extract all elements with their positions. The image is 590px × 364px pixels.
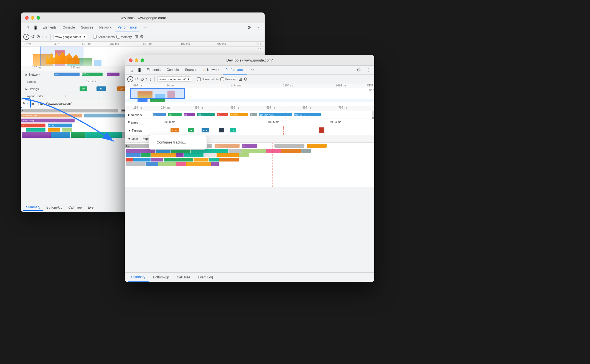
back-settings-icon[interactable]: ⚙: [246, 24, 253, 31]
front-dr-194: 194 ms: [133, 106, 143, 109]
back-tab-network[interactable]: Network: [96, 23, 114, 32]
front-task-anon: (...: [242, 144, 257, 148]
back-upload-icon[interactable]: ↑: [42, 34, 44, 39]
front-main-arrow: ▼: [128, 137, 131, 140]
front-frames-val2: 182.6 ms: [268, 121, 279, 124]
front-d-badge: D: [219, 128, 224, 132]
front-f2h: [281, 149, 301, 153]
back-url-selector[interactable]: www.google.com #1 ▾: [54, 34, 87, 39]
back-reload-icon[interactable]: ↺: [31, 34, 35, 39]
front-overview-cpu: NET: [125, 88, 374, 99]
back-tab-console[interactable]: Console: [60, 23, 78, 32]
front-screenshots-check[interactable]: Screenshots: [197, 77, 218, 81]
back-network-throttle-icon[interactable]: ⊞: [134, 34, 138, 39]
edit-annotation-button[interactable]: ✎ ✓: [21, 98, 31, 108]
front-close-button[interactable]: [129, 58, 133, 62]
back-close-button[interactable]: [25, 16, 29, 20]
front-clear-icon[interactable]: ⊘: [140, 76, 144, 82]
front-f5f: [211, 162, 219, 166]
back-tab-sources[interactable]: Sources: [78, 23, 96, 32]
back-clear-icon[interactable]: ⊘: [36, 34, 40, 39]
front-main-dashed2: [272, 143, 273, 187]
back-eventlog-tab[interactable]: Eve...: [85, 204, 99, 211]
front-bottomup-tab[interactable]: Bottom-Up: [150, 274, 172, 280]
back-capture-settings-icon[interactable]: ⚙: [140, 34, 144, 39]
front-f3g: [217, 153, 239, 157]
back-inspect-icon[interactable]: ⬚: [23, 24, 31, 32]
front-net-clie: clie...: [197, 113, 215, 116]
front-dr-794: 794 ms: [339, 106, 348, 109]
back-screenshots-check[interactable]: Screenshots: [93, 35, 115, 39]
front-f3b: [141, 153, 151, 157]
back-memory-checkbox[interactable]: [116, 35, 120, 39]
front-more-icon[interactable]: ⋮: [365, 66, 372, 74]
front-f5d: [176, 162, 186, 166]
front-ov-handle-right[interactable]: [184, 89, 185, 98]
front-memory-checkbox[interactable]: [220, 77, 224, 81]
back-calltree-tab[interactable]: Call Tree: [66, 204, 85, 211]
front-f5c: [158, 162, 176, 166]
front-flame-rows: [125, 148, 374, 166]
back-ruler2-147: 147 ms: [32, 66, 41, 69]
back-url-text: www.google.com #1: [55, 35, 83, 39]
back-bottomup-tab[interactable]: Bottom-Up: [44, 204, 65, 211]
front-upload-icon[interactable]: ↑: [146, 77, 148, 82]
front-url-selector[interactable]: www.google.com #1 ▾: [157, 76, 191, 82]
back-screenshots-checkbox[interactable]: [93, 35, 97, 39]
front-device-icon[interactable]: 📱: [136, 66, 143, 74]
back-net-arrow: ▶: [26, 73, 28, 76]
front-tab-elements[interactable]: Elements: [144, 66, 163, 75]
back-ls-marker1: [65, 95, 65, 98]
front-tab-more[interactable]: >>: [248, 66, 257, 75]
back-maximize-button[interactable]: [37, 16, 40, 20]
front-timings-label: ▼ Timings: [125, 129, 153, 132]
front-record-button[interactable]: ●: [127, 76, 133, 82]
front-settings-icon[interactable]: ⚙: [355, 66, 362, 74]
front-network-throttle-icon[interactable]: ⊞: [238, 76, 242, 82]
front-timings-arrow: ▼: [128, 129, 131, 132]
front-window-title: DevTools - www.google.com/: [227, 58, 273, 62]
front-tab-console[interactable]: Console: [164, 66, 182, 75]
front-calltree-tab[interactable]: Call Tree: [174, 274, 194, 280]
front-tab-performance[interactable]: Performance: [223, 66, 247, 75]
front-capture-settings-icon[interactable]: ⚙: [244, 76, 248, 82]
front-eventlog-tab[interactable]: Event Log: [195, 274, 216, 280]
front-frames-val1: 295.8 ms: [164, 121, 175, 124]
back-window-title: DevTools - www.google.com/: [120, 16, 166, 20]
back-mark-1197: 1197 ms: [179, 42, 190, 45]
front-f5e: [186, 162, 211, 166]
front-net-scrollbar[interactable]: [372, 111, 374, 119]
front-ov-handle-left[interactable]: [130, 89, 131, 98]
front-inspect-icon[interactable]: ⬚: [127, 66, 135, 74]
front-reload-icon[interactable]: ↺: [135, 76, 139, 82]
front-screenshots-checkbox[interactable]: [197, 77, 201, 81]
front-download-icon[interactable]: ↓: [149, 77, 152, 82]
front-net-gen204-2: gen_204...: [294, 113, 321, 116]
back-tab-more[interactable]: >>: [140, 23, 149, 32]
front-maximize-button[interactable]: [141, 58, 144, 62]
back-record-button[interactable]: ●: [23, 34, 29, 40]
back-more-icon[interactable]: ⋮: [255, 24, 262, 31]
back-download-icon[interactable]: ↓: [45, 34, 48, 39]
front-f2e: [228, 149, 241, 153]
back-memory-check[interactable]: Memory: [116, 35, 132, 39]
front-l-badge: L: [319, 127, 324, 133]
front-cpu-right: CPU: [367, 84, 373, 87]
back-tab-elements[interactable]: Elements: [40, 23, 59, 32]
front-memory-check[interactable]: Memory: [220, 77, 236, 81]
front-minimize-button[interactable]: [135, 58, 138, 62]
front-net-h: h: [250, 113, 257, 116]
edit-icon: ✎: [22, 101, 26, 106]
front-f3d: [176, 153, 184, 157]
configure-tracks-item[interactable]: Configure tracks...: [149, 137, 207, 147]
front-summary-tab[interactable]: Summary: [128, 273, 149, 282]
front-tab-network[interactable]: ⚠ Network: [200, 66, 222, 75]
back-ls-marker2: [101, 95, 101, 98]
back-tab-performance[interactable]: Performance: [115, 23, 139, 32]
back-summary-tab[interactable]: Summary: [23, 204, 43, 211]
front-tab-sources[interactable]: Sources: [182, 66, 200, 75]
back-device-icon[interactable]: 📱: [32, 24, 39, 32]
front-f2g: [266, 149, 281, 153]
back-mark-797: 797 ms: [110, 42, 119, 45]
back-minimize-button[interactable]: [31, 16, 34, 20]
